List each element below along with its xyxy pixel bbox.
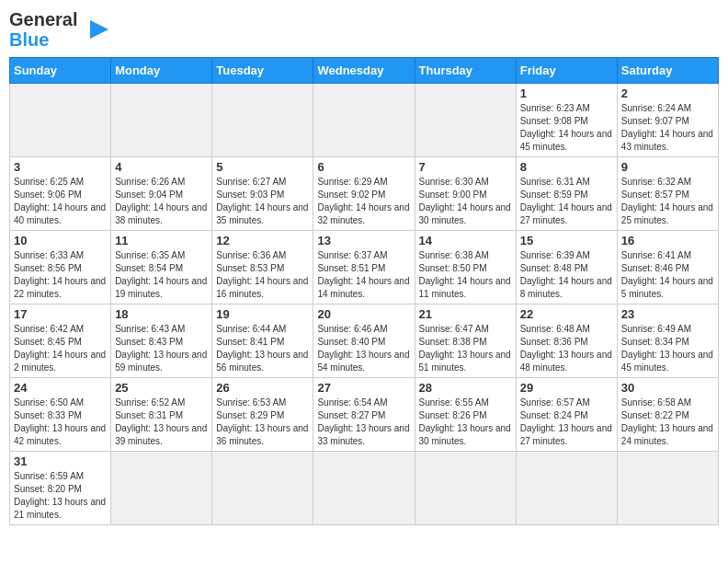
day-header-wednesday: Wednesday [313,58,415,84]
day-info: Sunrise: 6:49 AMSunset: 8:34 PMDaylight:… [621,323,714,374]
day-number: 15 [520,234,613,247]
calendar-cell: 4Sunrise: 6:26 AMSunset: 9:04 PMDaylight… [111,157,212,231]
calendar-cell [617,452,718,525]
day-number: 21 [419,307,512,321]
calendar-cell [516,452,617,525]
logo-general: General [9,9,77,29]
calendar-week-3: 10Sunrise: 6:33 AMSunset: 8:56 PMDayligh… [10,231,719,304]
day-info: Sunrise: 6:57 AMSunset: 8:24 PMDaylight:… [520,396,613,448]
day-number: 27 [317,381,410,395]
day-info: Sunrise: 6:55 AMSunset: 8:26 PMDaylight:… [419,396,512,448]
day-number: 17 [14,307,107,321]
day-number: 25 [115,381,208,395]
day-info: Sunrise: 6:52 AMSunset: 8:31 PMDaylight:… [115,396,208,448]
day-number: 8 [520,160,613,174]
day-number: 20 [317,307,410,321]
calendar-cell: 28Sunrise: 6:55 AMSunset: 8:26 PMDayligh… [415,378,516,452]
calendar-week-4: 17Sunrise: 6:42 AMSunset: 8:45 PMDayligh… [10,304,719,378]
calendar-cell: 19Sunrise: 6:44 AMSunset: 8:41 PMDayligh… [212,304,313,378]
calendar-cell: 16Sunrise: 6:41 AMSunset: 8:46 PMDayligh… [617,231,718,304]
logo: General Blue [9,9,108,50]
calendar-cell: 9Sunrise: 6:32 AMSunset: 8:57 PMDaylight… [617,157,718,231]
calendar-week-6: 31Sunrise: 6:59 AMSunset: 8:20 PMDayligh… [10,452,719,525]
calendar-cell [415,452,516,525]
calendar-cell: 22Sunrise: 6:48 AMSunset: 8:36 PMDayligh… [516,304,617,378]
calendar-cell: 23Sunrise: 6:49 AMSunset: 8:34 PMDayligh… [617,304,718,378]
day-info: Sunrise: 6:38 AMSunset: 8:50 PMDaylight:… [419,249,512,301]
day-number: 14 [419,234,512,247]
calendar-cell: 27Sunrise: 6:54 AMSunset: 8:27 PMDayligh… [313,378,415,452]
calendar-cell: 14Sunrise: 6:38 AMSunset: 8:50 PMDayligh… [415,231,516,304]
day-info: Sunrise: 6:24 AMSunset: 9:07 PMDaylight:… [621,102,714,154]
calendar-cell [212,84,313,157]
calendar-cell: 7Sunrise: 6:30 AMSunset: 9:00 PMDaylight… [415,157,516,231]
day-info: Sunrise: 6:33 AMSunset: 8:56 PMDaylight:… [14,249,107,301]
day-number: 10 [14,234,107,247]
calendar-cell [111,452,212,525]
calendar-table: SundayMondayTuesdayWednesdayThursdayFrid… [9,57,719,525]
day-info: Sunrise: 6:47 AMSunset: 8:38 PMDaylight:… [419,323,512,374]
day-number: 6 [317,160,410,174]
day-header-friday: Friday [516,58,617,84]
day-number: 12 [216,234,309,247]
day-info: Sunrise: 6:58 AMSunset: 8:22 PMDaylight:… [621,396,714,448]
day-info: Sunrise: 6:43 AMSunset: 8:43 PMDaylight:… [115,323,208,374]
day-header-saturday: Saturday [617,58,718,84]
day-info: Sunrise: 6:42 AMSunset: 8:45 PMDaylight:… [14,323,107,374]
calendar-cell: 10Sunrise: 6:33 AMSunset: 8:56 PMDayligh… [10,231,111,304]
day-info: Sunrise: 6:41 AMSunset: 8:46 PMDaylight:… [621,249,714,301]
day-number: 23 [621,307,714,321]
logo-triangle-icon [83,17,108,42]
calendar-cell [313,452,415,525]
day-info: Sunrise: 6:44 AMSunset: 8:41 PMDaylight:… [216,323,309,374]
calendar-cell: 29Sunrise: 6:57 AMSunset: 8:24 PMDayligh… [516,378,617,452]
calendar-cell: 25Sunrise: 6:52 AMSunset: 8:31 PMDayligh… [111,378,212,452]
day-number: 22 [520,307,613,321]
calendar-cell: 2Sunrise: 6:24 AMSunset: 9:07 PMDaylight… [617,84,718,157]
day-info: Sunrise: 6:54 AMSunset: 8:27 PMDaylight:… [317,396,410,448]
day-number: 13 [317,234,410,247]
calendar-cell: 8Sunrise: 6:31 AMSunset: 8:59 PMDaylight… [516,157,617,231]
day-info: Sunrise: 6:27 AMSunset: 9:03 PMDaylight:… [216,176,309,227]
day-info: Sunrise: 6:39 AMSunset: 8:48 PMDaylight:… [520,249,613,301]
calendar-cell: 17Sunrise: 6:42 AMSunset: 8:45 PMDayligh… [10,304,111,378]
day-info: Sunrise: 6:36 AMSunset: 8:53 PMDaylight:… [216,249,309,301]
calendar-cell [212,452,313,525]
calendar-header-row: SundayMondayTuesdayWednesdayThursdayFrid… [10,58,719,84]
calendar-cell: 6Sunrise: 6:29 AMSunset: 9:02 PMDaylight… [313,157,415,231]
day-info: Sunrise: 6:59 AMSunset: 8:20 PMDaylight:… [14,470,107,522]
day-number: 18 [115,307,208,321]
calendar-cell: 21Sunrise: 6:47 AMSunset: 8:38 PMDayligh… [415,304,516,378]
day-number: 16 [621,234,714,247]
day-number: 9 [621,160,714,174]
day-info: Sunrise: 6:30 AMSunset: 9:00 PMDaylight:… [419,176,512,227]
day-number: 7 [419,160,512,174]
day-header-thursday: Thursday [415,58,516,84]
day-number: 30 [621,381,714,395]
day-number: 3 [14,160,107,174]
calendar-cell: 18Sunrise: 6:43 AMSunset: 8:43 PMDayligh… [111,304,212,378]
calendar-week-2: 3Sunrise: 6:25 AMSunset: 9:06 PMDaylight… [10,157,719,231]
day-number: 5 [216,160,309,174]
calendar-cell [10,84,111,157]
day-number: 4 [115,160,208,174]
calendar-cell: 12Sunrise: 6:36 AMSunset: 8:53 PMDayligh… [212,231,313,304]
day-number: 26 [216,381,309,395]
day-number: 29 [520,381,613,395]
page-header: General Blue [9,9,719,50]
svg-marker-0 [90,20,108,39]
day-info: Sunrise: 6:46 AMSunset: 8:40 PMDaylight:… [317,323,410,374]
calendar-cell: 5Sunrise: 6:27 AMSunset: 9:03 PMDaylight… [212,157,313,231]
calendar-cell: 1Sunrise: 6:23 AMSunset: 9:08 PMDaylight… [516,84,617,157]
calendar-cell [111,84,212,157]
calendar-cell: 11Sunrise: 6:35 AMSunset: 8:54 PMDayligh… [111,231,212,304]
logo-blue: Blue [9,29,49,50]
calendar-cell [415,84,516,157]
calendar-cell: 26Sunrise: 6:53 AMSunset: 8:29 PMDayligh… [212,378,313,452]
day-number: 19 [216,307,309,321]
day-number: 24 [14,381,107,395]
calendar-cell: 24Sunrise: 6:50 AMSunset: 8:33 PMDayligh… [10,378,111,452]
day-info: Sunrise: 6:25 AMSunset: 9:06 PMDaylight:… [14,176,107,227]
day-number: 28 [419,381,512,395]
calendar-cell [313,84,415,157]
